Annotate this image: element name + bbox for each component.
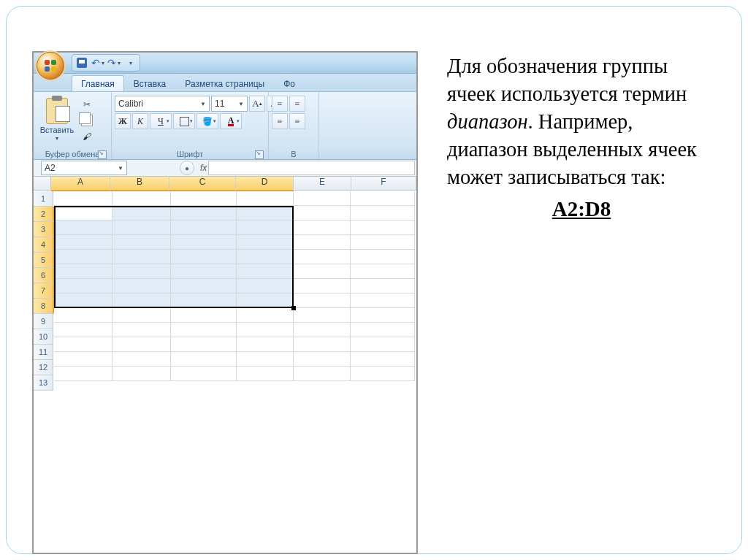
- group-clipboard: Вставить ▼ Буфер обмена: [34, 92, 112, 159]
- align-left-icon: ≡: [278, 116, 283, 127]
- font-size-combo[interactable]: 11▼: [211, 96, 248, 112]
- font-color-icon: A: [228, 117, 234, 126]
- align-left-button[interactable]: ≡: [272, 113, 288, 129]
- slide-content: Главная Вставка Разметка страницы Фо Вст…: [6, 6, 742, 554]
- row-header-3[interactable]: 3: [34, 222, 54, 237]
- fx-icon[interactable]: fx: [200, 163, 207, 173]
- column-headers: A B C D E F: [51, 177, 416, 191]
- clipboard-dialog-launcher-icon[interactable]: [98, 150, 107, 159]
- font-name-combo[interactable]: Calibri▼: [115, 96, 210, 112]
- cell-area[interactable]: [54, 191, 415, 391]
- row-header-4[interactable]: 4: [34, 237, 54, 253]
- col-header-d[interactable]: D: [236, 177, 294, 191]
- tab-page-layout[interactable]: Разметка страницы: [175, 75, 274, 91]
- grow-font-button[interactable]: A▴: [249, 96, 265, 112]
- borders-icon: [180, 117, 189, 126]
- paste-icon: [46, 98, 68, 124]
- cut-icon: [83, 99, 91, 110]
- format-painter-button[interactable]: [79, 129, 95, 144]
- group-alignment: ≡ ≡ ≡ ≡ В: [269, 92, 319, 159]
- save-icon[interactable]: [77, 58, 87, 68]
- bold-button[interactable]: Ж: [115, 113, 131, 129]
- font-color-button[interactable]: A: [220, 113, 242, 129]
- row-header-11[interactable]: 11: [34, 345, 53, 360]
- borders-button[interactable]: [173, 113, 195, 129]
- col-header-b[interactable]: B: [110, 177, 169, 191]
- row-header-8[interactable]: 8: [34, 299, 54, 314]
- office-button[interactable]: [37, 52, 64, 80]
- col-header-a[interactable]: A: [51, 177, 110, 191]
- cancel-formula-button[interactable]: ●: [180, 161, 194, 175]
- italic-button[interactable]: К: [132, 113, 148, 129]
- align-middle-button[interactable]: ≡: [289, 96, 305, 112]
- circle-icon: ●: [185, 164, 189, 172]
- align-center-button[interactable]: ≡: [289, 113, 305, 129]
- row-header-1[interactable]: 1: [34, 191, 53, 207]
- selection-fill-handle[interactable]: [291, 306, 296, 310]
- tab-insert[interactable]: Вставка: [124, 75, 176, 91]
- cut-button[interactable]: [79, 97, 95, 112]
- font-dialog-launcher-icon[interactable]: [255, 150, 264, 159]
- name-box-value: A2: [45, 163, 56, 173]
- formula-input[interactable]: [208, 161, 415, 175]
- row-header-5[interactable]: 5: [34, 253, 54, 268]
- bucket-icon: 🪣: [202, 117, 213, 126]
- qat-customize-icon[interactable]: [125, 58, 135, 68]
- row-header-2[interactable]: 2: [34, 207, 54, 222]
- fill-color-button[interactable]: 🪣: [196, 113, 218, 129]
- copy-button[interactable]: [79, 113, 95, 128]
- row-header-13[interactable]: 13: [34, 375, 53, 391]
- undo-icon[interactable]: [93, 58, 103, 68]
- paragraph-range-definition: Для обозначения группы ячеек используетс…: [447, 53, 716, 191]
- paste-label: Вставить: [40, 126, 75, 134]
- col-header-f[interactable]: F: [351, 177, 416, 191]
- ribbon: Вставить ▼ Буфер обмена: [34, 92, 416, 160]
- explanation-text: Для обозначения группы ячеек используетс…: [447, 51, 716, 554]
- paste-button[interactable]: Вставить ▼: [37, 96, 77, 143]
- cell-a2[interactable]: [54, 206, 112, 220]
- ribbon-tabs: Главная Вставка Разметка страницы Фо: [34, 74, 416, 92]
- row-header-12[interactable]: 12: [34, 360, 53, 375]
- align-middle-icon: ≡: [295, 99, 300, 110]
- row-header-10[interactable]: 10: [34, 329, 53, 345]
- range-notation: A2:D8: [447, 195, 716, 223]
- align-center-icon: ≡: [295, 116, 300, 127]
- name-box-dropdown-icon[interactable]: ▼: [118, 165, 123, 172]
- title-bar: [34, 53, 416, 74]
- row-header-6[interactable]: 6: [34, 268, 54, 283]
- select-all-corner[interactable]: [34, 177, 51, 191]
- name-box[interactable]: A2 ▼: [41, 161, 127, 175]
- align-top-button[interactable]: ≡: [272, 96, 288, 112]
- tab-home[interactable]: Главная: [72, 75, 124, 91]
- excel-screenshot: Главная Вставка Разметка страницы Фо Вст…: [32, 51, 418, 554]
- copy-icon: [81, 115, 93, 126]
- align-top-icon: ≡: [278, 99, 283, 110]
- spreadsheet-grid: A B C D E F 1 2 3 4 5 6 7 8: [34, 177, 416, 391]
- office-logo-icon: [45, 60, 56, 72]
- group-font: Calibri▼ 11▼ A▴ A▾ Ж К Ч 🪣 A: [112, 92, 269, 159]
- col-header-c[interactable]: C: [169, 177, 236, 191]
- group-alignment-label: В: [272, 149, 316, 159]
- row-header-9[interactable]: 9: [34, 314, 53, 329]
- term-range: диапазон: [447, 110, 528, 133]
- group-clipboard-label: Буфер обмена: [37, 149, 108, 159]
- col-header-e[interactable]: E: [294, 177, 351, 191]
- tab-formulas-truncated[interactable]: Фо: [274, 75, 305, 91]
- formula-bar-row: A2 ▼ ● fx: [34, 160, 416, 177]
- group-font-label: Шрифт: [115, 149, 265, 159]
- brush-icon: [83, 131, 91, 142]
- underline-button[interactable]: Ч: [150, 113, 172, 129]
- quick-access-toolbar: [72, 54, 140, 72]
- row-headers: 1 2 3 4 5 6 7 8 9 10 11 12 13: [34, 191, 54, 391]
- redo-icon[interactable]: [109, 58, 119, 68]
- row-header-7[interactable]: 7: [34, 283, 54, 299]
